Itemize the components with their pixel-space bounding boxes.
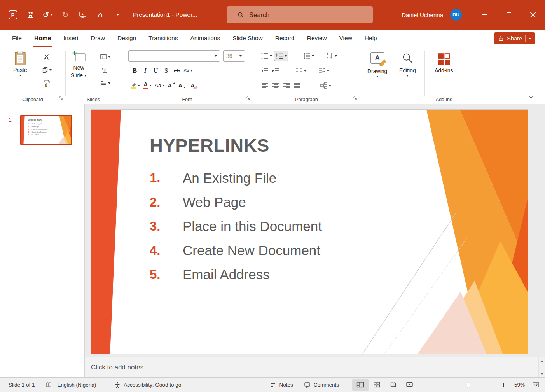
app-logo-button[interactable]: P — [5, 7, 20, 22]
close-button[interactable] — [521, 0, 545, 30]
notes-toggle-button[interactable]: Notes — [269, 382, 293, 388]
strikethrough-button[interactable]: ab — [172, 65, 182, 76]
zoom-slider[interactable] — [437, 385, 494, 385]
clipboard-dialog-launcher[interactable] — [59, 95, 63, 102]
scroll-up-button[interactable] — [540, 359, 545, 363]
increase-font-size-button[interactable]: A — [167, 80, 176, 91]
slide-title-placeholder[interactable]: HYPERLINKS — [150, 135, 269, 156]
spell-check-button[interactable] — [45, 382, 52, 388]
align-center-button[interactable] — [271, 80, 281, 91]
language-indicator[interactable]: English (Nigeria) — [58, 382, 96, 388]
sort-text-button[interactable]: AZ — [325, 51, 338, 61]
search-box[interactable]: Search — [227, 6, 373, 23]
reading-view-button[interactable] — [385, 379, 401, 391]
font-size-combobox[interactable]: 36 — [223, 50, 245, 62]
tab-insert[interactable]: Insert — [57, 30, 85, 47]
tab-view[interactable]: View — [333, 30, 358, 47]
bullets-button[interactable] — [260, 51, 273, 61]
group-divider — [360, 51, 360, 96]
text-shadow-button[interactable]: S — [161, 65, 171, 76]
save-button[interactable] — [23, 7, 38, 22]
increase-indent-button[interactable] — [271, 65, 281, 76]
tab-slide-show[interactable]: Slide Show — [226, 30, 269, 47]
undo-button[interactable]: ↺ — [40, 7, 55, 22]
paste-button[interactable]: Paste — [13, 50, 27, 76]
minimize-button[interactable] — [473, 0, 497, 30]
cut-button[interactable] — [38, 51, 55, 62]
customize-toolbar-button[interactable] — [110, 7, 125, 22]
editing-button[interactable]: Editing — [399, 52, 416, 77]
slides-small-buttons — [96, 51, 114, 89]
tab-file[interactable]: File — [6, 30, 28, 47]
collapse-ribbon-button[interactable] — [526, 94, 536, 101]
zoom-in-button[interactable] — [499, 380, 508, 390]
avatar[interactable]: DU — [450, 9, 462, 21]
decrease-font-size-button[interactable]: A — [177, 80, 187, 91]
clear-formatting-button[interactable]: A — [188, 80, 197, 91]
tab-record[interactable]: Record — [269, 30, 301, 47]
maximize-button[interactable] — [497, 0, 521, 30]
tab-draw[interactable]: Draw — [85, 30, 111, 47]
highlight-button[interactable] — [130, 80, 141, 91]
home-button[interactable]: ⌂ — [93, 7, 108, 22]
italic-button[interactable]: I — [140, 65, 150, 76]
tab-home[interactable]: Home — [28, 30, 57, 47]
change-case-button[interactable]: Aa — [154, 80, 166, 91]
zoom-slider-thumb[interactable] — [467, 382, 470, 388]
new-slide-button[interactable]: New Slide — [71, 50, 87, 79]
addins-button[interactable]: Add-ins — [435, 52, 453, 74]
normal-view-button[interactable] — [352, 379, 369, 391]
align-left-button[interactable] — [260, 80, 270, 91]
text-direction-button[interactable] — [317, 65, 330, 76]
fit-to-window-icon — [532, 382, 540, 388]
tab-review[interactable]: Review — [301, 30, 333, 47]
notes-scrollbar[interactable] — [538, 357, 545, 377]
slide-thumbnail-1[interactable]: HYPERLINKS 1.An Existing File 2.Web Page… — [20, 115, 72, 145]
slide-canvas[interactable]: HYPERLINKS 1.An Existing File 2.Web Page… — [91, 110, 528, 354]
comments-icon — [304, 382, 311, 388]
underline-icon: U — [154, 67, 158, 74]
tab-help[interactable]: Help — [358, 30, 383, 47]
line-spacing-button[interactable] — [302, 51, 315, 61]
font-dialog-launcher[interactable] — [246, 95, 250, 102]
section-button[interactable] — [96, 77, 114, 89]
numbering-button[interactable]: 123 — [274, 51, 288, 61]
slide-layout-button[interactable] — [96, 51, 114, 62]
zoom-level[interactable]: 59% — [508, 382, 525, 388]
redo-button[interactable]: ↻ — [58, 7, 73, 22]
align-right-button[interactable] — [281, 80, 292, 91]
fit-slide-to-window-button[interactable] — [531, 380, 540, 390]
drawing-button[interactable]: A Drawing — [367, 52, 387, 77]
slide-sorter-view-button[interactable] — [369, 379, 385, 391]
scroll-down-button[interactable] — [540, 371, 545, 376]
format-painter-button[interactable] — [38, 77, 55, 89]
columns-button[interactable] — [294, 65, 307, 76]
accessibility-checker[interactable]: Accessibility: Good to go — [114, 382, 181, 388]
zoom-out-button[interactable] — [423, 380, 432, 390]
character-spacing-button[interactable]: AV — [182, 65, 194, 76]
underline-button[interactable]: U — [151, 65, 161, 76]
slide-indicator[interactable]: Slide 1 of 1 — [9, 382, 35, 388]
slideshow-view-button[interactable] — [401, 379, 417, 391]
decrease-indent-button[interactable] — [260, 65, 270, 76]
copy-button[interactable] — [38, 64, 55, 75]
bold-button[interactable]: B — [130, 65, 140, 76]
justify-button[interactable] — [292, 80, 302, 91]
home-icon: ⌂ — [98, 11, 103, 19]
change-case-icon: Aa — [155, 82, 161, 88]
tab-animations[interactable]: Animations — [184, 30, 226, 47]
comments-button[interactable]: Comments — [304, 382, 339, 388]
convert-to-smartart-button[interactable] — [319, 80, 332, 91]
reset-slide-button[interactable] — [96, 64, 114, 75]
font-name-combobox[interactable] — [128, 50, 220, 62]
slide-content-placeholder[interactable]: 1.An Existing File 2.Web Page 3.Place in… — [150, 166, 322, 287]
paragraph-row-2 — [260, 65, 330, 76]
tab-transitions[interactable]: Transitions — [142, 30, 184, 47]
share-button[interactable]: Share — [494, 32, 535, 44]
user-name[interactable]: Daniel Uchenna — [402, 12, 443, 18]
paragraph-dialog-launcher[interactable] — [353, 95, 357, 102]
notes-pane[interactable]: Click to add notes — [85, 357, 545, 377]
start-slideshow-button[interactable] — [75, 7, 90, 22]
tab-design[interactable]: Design — [111, 30, 142, 47]
font-color-button[interactable]: A — [142, 80, 153, 91]
